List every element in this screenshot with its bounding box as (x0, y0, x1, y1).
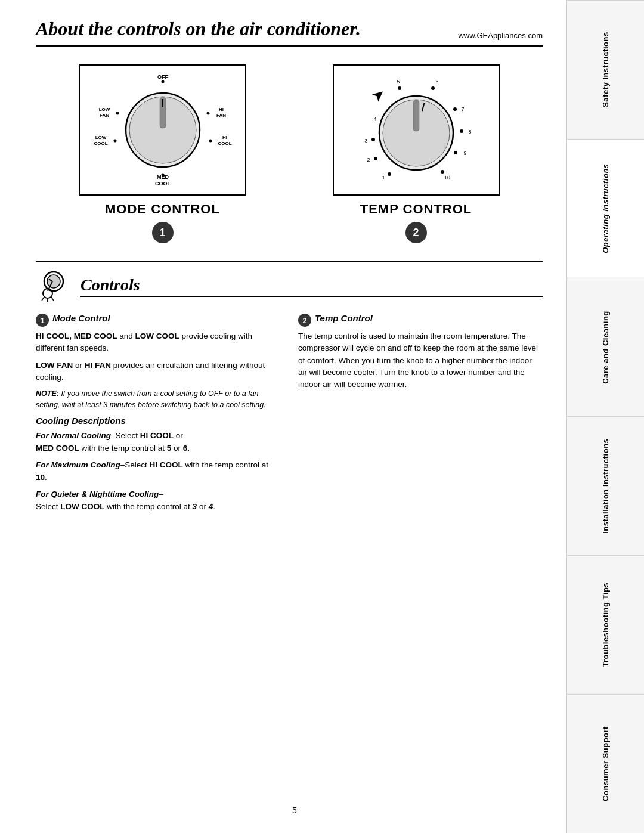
page-header: About the controls on the air conditione… (36, 18, 543, 47)
right-sidebar: Safety Instructions Operating Instructio… (566, 0, 644, 833)
controls-section: Controls 1 Mode Control HI COOL, MED COO… (36, 261, 543, 517)
temp-text: The temp control is used to maintain the… (298, 330, 543, 391)
sidebar-tab-consumer: Consumer Support (567, 694, 644, 833)
page-title: About the controls on the air conditione… (36, 18, 361, 40)
controls-section-title: Controls (80, 275, 543, 297)
svg-text:10: 10 (444, 175, 450, 181)
mode-knob-svg: OFF LOW FAN HI FAN LOW COOL (91, 70, 234, 190)
svg-text:LOW: LOW (98, 107, 110, 112)
svg-point-41 (441, 170, 444, 174)
temp-section-num: 2 (298, 314, 311, 327)
svg-rect-45 (413, 100, 419, 131)
svg-text:COOL: COOL (155, 181, 171, 187)
svg-point-7 (206, 112, 209, 115)
svg-point-33 (431, 86, 435, 90)
svg-point-1 (161, 80, 164, 83)
svg-text:7: 7 (461, 106, 464, 112)
svg-text:9: 9 (463, 150, 466, 156)
temp-control-heading: 2 Temp Control (298, 313, 543, 327)
svg-point-35 (453, 107, 457, 111)
controls-section-header: Controls (36, 268, 543, 304)
cooling-item-2: For Maximum Cooling–Select HI COOL with … (36, 459, 280, 484)
main-content: About the controls on the air conditione… (0, 0, 566, 833)
temp-control-heading-text: Temp Control (315, 313, 373, 323)
svg-point-31 (398, 86, 401, 90)
temp-control-label: TEMP CONTROL (360, 202, 472, 217)
svg-point-13 (209, 140, 212, 143)
mode-control-heading: 1 Mode Control (36, 313, 280, 327)
cooling-item-3: For Quieter & Nighttime Cooling– Select … (36, 488, 280, 513)
svg-text:FAN: FAN (216, 113, 226, 118)
mode-control-label: MODE CONTROL (105, 202, 220, 217)
sidebar-tab-care: Care and Cleaning (567, 278, 644, 417)
mode-text-2: LOW FAN or HI FAN provides air circulati… (36, 360, 280, 384)
temp-control-number: 2 (405, 222, 427, 243)
mode-text-1: HI COOL, MED COOL and LOW COOL provide c… (36, 330, 280, 355)
cooling-desc-title: Cooling Descriptions (36, 416, 280, 426)
mode-control-number: 1 (152, 222, 174, 243)
sidebar-tab-safety: Safety Instructions (567, 0, 644, 139)
svg-text:➤: ➤ (369, 85, 388, 104)
svg-text:FAN: FAN (100, 113, 109, 118)
sidebar-tab-operating: Operating Instructions (567, 139, 644, 278)
mode-section-num: 1 (36, 314, 49, 327)
temp-control-box: C O O L E R ➤ 1 2 3 (312, 64, 521, 243)
website-url: www.GEAppliances.com (458, 31, 543, 40)
svg-text:5: 5 (397, 79, 400, 85)
controls-icon (36, 268, 72, 304)
svg-point-16 (161, 174, 164, 176)
mode-control-box: OFF LOW FAN HI FAN LOW COOL (58, 64, 267, 243)
svg-point-25 (374, 157, 377, 160)
svg-text:6: 6 (435, 79, 438, 85)
mode-knob-frame: OFF LOW FAN HI FAN LOW COOL (79, 64, 246, 196)
svg-point-4 (116, 112, 119, 115)
svg-text:1: 1 (382, 175, 385, 181)
svg-text:HI: HI (219, 107, 224, 112)
svg-text:2: 2 (367, 157, 370, 163)
svg-text:3: 3 (364, 138, 367, 144)
right-column: 2 Temp Control The temp control is used … (298, 313, 543, 517)
svg-point-23 (388, 172, 391, 176)
svg-line-53 (42, 297, 44, 301)
svg-text:OFF: OFF (157, 74, 168, 80)
svg-text:COOL: COOL (218, 141, 231, 146)
svg-point-48 (47, 275, 60, 288)
mode-control-heading-text: Mode Control (52, 313, 110, 323)
temp-knob-svg: C O O L E R ➤ 1 2 3 (345, 70, 488, 190)
temp-knob-frame: C O O L E R ➤ 1 2 3 (333, 64, 500, 196)
svg-text:LOW: LOW (95, 135, 106, 140)
mode-note: NOTE: If you move the switch from a cool… (36, 388, 280, 411)
cooling-item-1: For Normal Cooling–Select HI COOL or MED… (36, 429, 280, 455)
svg-point-37 (460, 129, 463, 133)
svg-text:COOL: COOL (94, 141, 107, 146)
svg-text:4: 4 (373, 116, 376, 122)
page-number: 5 (292, 806, 297, 815)
sidebar-tab-installation: Installation Instructions (567, 416, 644, 555)
svg-point-27 (371, 138, 375, 141)
left-column: 1 Mode Control HI COOL, MED COOL and LOW… (36, 313, 280, 517)
svg-point-39 (454, 151, 457, 154)
sidebar-tab-troubleshooting: Troubleshooting Tips (567, 555, 644, 694)
svg-line-54 (51, 297, 54, 301)
svg-text:8: 8 (468, 129, 471, 135)
svg-point-10 (113, 140, 116, 143)
two-column-layout: 1 Mode Control HI COOL, MED COOL and LOW… (36, 313, 543, 517)
controls-diagram: OFF LOW FAN HI FAN LOW COOL (36, 64, 543, 243)
svg-text:HI: HI (222, 135, 227, 140)
